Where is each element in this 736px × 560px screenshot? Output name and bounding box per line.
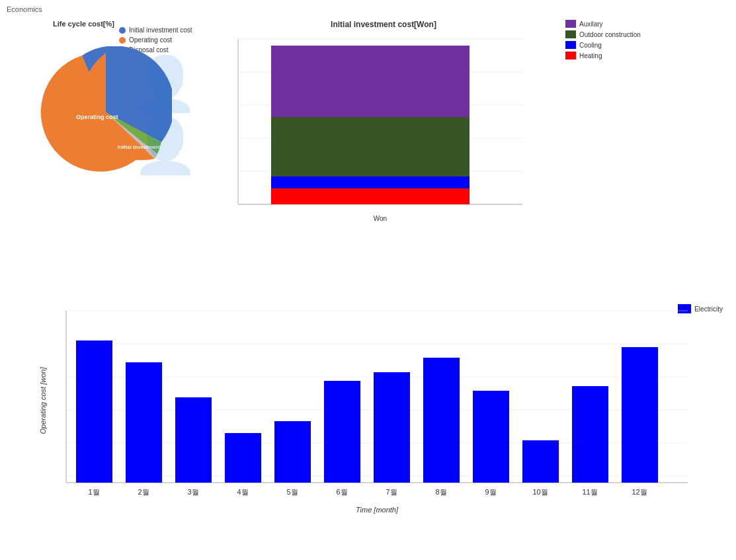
top-bar-chart-svg: Won	[205, 32, 549, 237]
top-section: Life cycle cost[%] Initial investment co…	[0, 20, 736, 278]
legend-item-initial: Initial investment cost	[119, 26, 192, 34]
legend-rect-auxilary	[565, 20, 576, 28]
month-label-7: 7월	[386, 488, 397, 496]
bar-month-5	[274, 421, 311, 483]
top-bar-chart-title: Initial investment cost[Won]	[205, 20, 562, 29]
legend-rect-heating	[565, 52, 576, 60]
pie-label-operating: Operating cost	[76, 114, 118, 120]
bar-cooling	[271, 177, 470, 188]
month-label-8: 8월	[435, 488, 446, 496]
month-label-10: 10월	[532, 488, 548, 496]
x-axis-won-label: Won	[374, 215, 387, 222]
month-label-5: 5월	[286, 488, 298, 496]
legend-label-operating: Operating cost	[129, 36, 172, 44]
legend-dot-initial	[119, 27, 126, 34]
bottom-bar-chart-svg: 1월 2월 3월 4월 5월 6월 7월 8월 9월 10월 11월 12월 T…	[33, 304, 721, 529]
month-label-3: 3월	[187, 488, 198, 496]
x-axis-time-label: Time [month]	[356, 506, 399, 514]
bar-month-6	[324, 381, 360, 483]
legend-dot-operating	[119, 37, 126, 44]
bar-month-7	[374, 372, 410, 483]
month-label-4: 4월	[237, 488, 248, 496]
legend-label-cooling: Cooling	[579, 42, 602, 49]
bar-month-8	[423, 358, 460, 483]
bar-month-11	[572, 386, 608, 483]
month-label-6: 6월	[336, 488, 347, 496]
decorative-figure: 👤👤	[132, 53, 205, 177]
bar-month-12	[622, 347, 658, 483]
legend-label-outdoor: Outdoor construction	[579, 31, 641, 38]
legend-item-outdoor: Outdoor construction	[565, 30, 668, 38]
bottom-bar-chart-container: 1월 2월 3월 4월 5월 6월 7월 8월 9월 10월 11월 12월 T…	[33, 304, 721, 530]
legend-rect-cooling	[565, 41, 576, 49]
top-bar-legend: Auxilary Outdoor construction Cooling He…	[565, 20, 668, 62]
legend-item-operating: Operating cost	[119, 36, 192, 44]
legend-rect-outdoor	[565, 30, 576, 38]
month-label-9: 9월	[485, 488, 496, 496]
legend-label-initial: Initial investment cost	[129, 26, 192, 34]
legend-item-heating: Heating	[565, 52, 668, 60]
legend-label-auxilary: Auxilary	[579, 20, 603, 28]
legend-label-heating: Heating	[579, 52, 602, 60]
bar-month-2	[126, 362, 162, 483]
bar-month-10	[522, 440, 559, 483]
legend-item-cooling: Cooling	[565, 41, 668, 49]
top-bar-chart-container: Won	[205, 32, 562, 239]
top-bar-chart-section: Initial investment cost[Won] Auxilary Ou…	[205, 20, 668, 271]
pie-chart-section: Life cycle cost[%] Initial investment co…	[20, 20, 205, 258]
bottom-section: Electricity Operating cost [won]	[0, 298, 736, 549]
month-label-11: 11월	[582, 488, 597, 496]
month-label-12: 12월	[632, 488, 647, 496]
bar-heating	[271, 188, 470, 204]
bar-month-3	[175, 397, 212, 483]
bar-month-4	[225, 433, 261, 483]
month-label-2: 2월	[138, 488, 149, 496]
bar-auxilary	[271, 46, 470, 117]
legend-item-auxilary: Auxilary	[565, 20, 668, 28]
bar-month-9	[473, 391, 509, 483]
bar-outdoor	[271, 117, 470, 177]
month-label-1: 1월	[88, 488, 99, 496]
bar-month-1	[76, 340, 112, 483]
page-title: Economics	[7, 5, 42, 13]
